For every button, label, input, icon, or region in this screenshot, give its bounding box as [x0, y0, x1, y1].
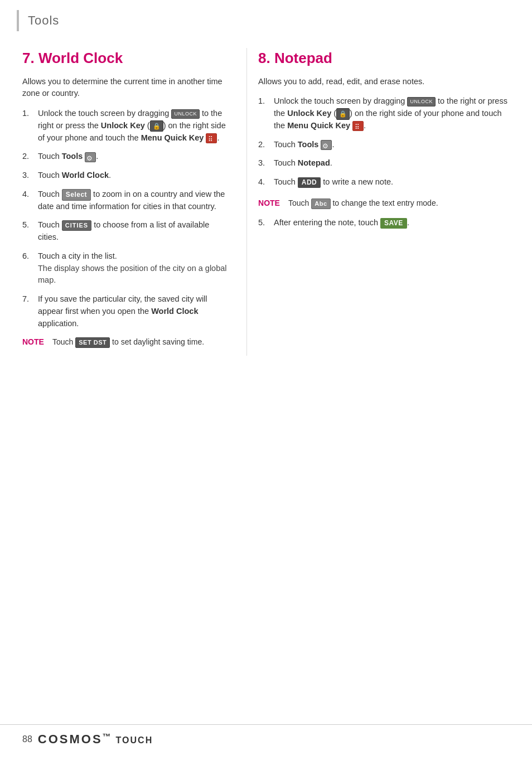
step7-4-num: 4.	[22, 188, 38, 201]
step8-4-content: Touch ADD to write a new note.	[274, 176, 510, 188]
step7-2: 2. Touch Tools .	[22, 151, 230, 163]
footer-brand: COSMOS™ TOUCH	[38, 730, 153, 748]
section7-note: NOTE Touch SET DST to set daylight savin…	[22, 336, 230, 348]
section7-desc: Allows you to determine the current time…	[22, 76, 230, 100]
step7-1-content: Unlock the touch screen by dragging UNLO…	[38, 108, 230, 144]
cities-button: CITIES	[62, 220, 91, 231]
step8-1-content: Unlock the touch screen by dragging UNLO…	[274, 95, 510, 132]
footer-page-number: 88	[22, 733, 32, 745]
section8-note: NOTE Touch Abc to change the text entry …	[258, 197, 510, 209]
step7-3-content: Touch World Clock.	[38, 170, 230, 182]
step8-1-bold1: Unlock Key	[287, 109, 331, 118]
step7-6-num: 6.	[22, 250, 38, 263]
step7-3: 3. Touch World Clock.	[22, 170, 230, 182]
step7-2-content: Touch Tools .	[38, 151, 230, 163]
step8-5-content: After entering the note, touch SAVE.	[274, 217, 510, 229]
section8-steps: 1. Unlock the touch screen by dragging U…	[258, 95, 510, 188]
step7-5: 5. Touch CITIES to choose from a list of…	[22, 219, 230, 244]
step8-5: 5. After entering the note, touch SAVE.	[258, 217, 510, 229]
step7-3-worldclock: World Clock	[62, 171, 109, 180]
page-header-title: Tools	[28, 12, 59, 30]
step7-2-num: 2.	[22, 151, 38, 163]
step7-1: 1. Unlock the touch screen by dragging U…	[22, 108, 230, 144]
setdst-button: SET DST	[75, 337, 110, 348]
section8-title: 8. Notepad	[258, 48, 510, 69]
step7-5-num: 5.	[22, 219, 38, 231]
step7-6: 6. Touch a city in the list. The display…	[22, 250, 230, 287]
step8-1-bold2: Menu Quick Key	[287, 121, 350, 130]
footer-brand-tm: ™	[103, 732, 112, 741]
step8-1: 1. Unlock the touch screen by dragging U…	[258, 95, 510, 132]
menu-quick-key-2	[352, 121, 364, 131]
step7-6-subtext: The display shows the position of the ci…	[38, 264, 227, 285]
step7-7-content: If you save the particular city, the sav…	[38, 293, 230, 330]
note8-content: Touch Abc to change the text entry mode.	[288, 197, 510, 209]
step7-1-bold2: Menu Quick Key	[141, 133, 204, 142]
section7-title: 7. World Clock	[22, 48, 230, 69]
page-header: Tools	[0, 0, 532, 37]
step7-7: 7. If you save the particular city, the …	[22, 293, 230, 330]
step8-3-content: Touch Notepad.	[274, 157, 510, 170]
step7-3-num: 3.	[22, 170, 38, 182]
save-button: SAVE	[380, 218, 407, 229]
step7-7-worldclock: World Clock	[151, 307, 198, 316]
step8-1-num: 1.	[258, 95, 274, 108]
section8-steps2: 5. After entering the note, touch SAVE.	[258, 217, 510, 229]
note7-content: Touch SET DST to set daylight saving tim…	[52, 336, 230, 348]
section7-steps: 1. Unlock the touch screen by dragging U…	[22, 108, 230, 330]
tools-icon-2	[321, 140, 332, 150]
step7-1-bold1: Unlock Key	[101, 121, 145, 130]
step7-4-content: Touch Select to zoom in on a country and…	[38, 188, 230, 213]
note7-label: NOTE	[22, 336, 50, 348]
select-button: Select	[62, 189, 91, 201]
menu-quick-key-1	[206, 133, 217, 143]
left-column: 7. World Clock Allows you to determine t…	[22, 48, 246, 356]
footer-brand-cosmos: COSMOS	[38, 732, 103, 746]
section8-desc: Allows you to add, read, edit, and erase…	[258, 76, 510, 88]
step7-7-num: 7.	[22, 293, 38, 306]
step7-6-content: Touch a city in the list. The display sh…	[38, 250, 230, 287]
right-column: 8. Notepad Allows you to add, read, edit…	[246, 48, 510, 356]
step8-5-num: 5.	[258, 217, 274, 229]
step8-4: 4. Touch ADD to write a new note.	[258, 176, 510, 188]
unlock-key-2: 🔒	[336, 108, 350, 120]
add-button: ADD	[298, 177, 321, 188]
step8-2: 2. Touch Tools .	[258, 139, 510, 151]
unlock-key-1: 🔒	[150, 120, 163, 132]
step7-5-content: Touch CITIES to choose from a list of av…	[38, 219, 230, 244]
step7-2-tools: Tools	[62, 152, 83, 161]
step8-2-tools: Tools	[298, 140, 319, 149]
note8-label: NOTE	[258, 197, 286, 209]
step8-4-num: 4.	[258, 176, 274, 188]
step8-3: 3. Touch Notepad.	[258, 157, 510, 170]
tools-icon-1	[85, 152, 96, 162]
step8-3-num: 3.	[258, 157, 274, 170]
step8-2-content: Touch Tools .	[274, 139, 510, 151]
footer-brand-touch: TOUCH	[116, 735, 153, 745]
step7-4: 4. Touch Select to zoom in on a country …	[22, 188, 230, 213]
unlock-icon-2: UNLOCK	[407, 97, 436, 107]
unlock-icon-1: UNLOCK	[171, 109, 200, 119]
header-vertical-bar	[17, 10, 19, 31]
step7-1-num: 1.	[22, 108, 38, 120]
step8-2-num: 2.	[258, 139, 274, 151]
step8-3-notepad: Notepad	[298, 158, 330, 167]
main-content: 7. World Clock Allows you to determine t…	[0, 37, 532, 378]
abc-button: Abc	[311, 198, 330, 209]
page-footer: 88 COSMOS™ TOUCH	[0, 724, 532, 754]
